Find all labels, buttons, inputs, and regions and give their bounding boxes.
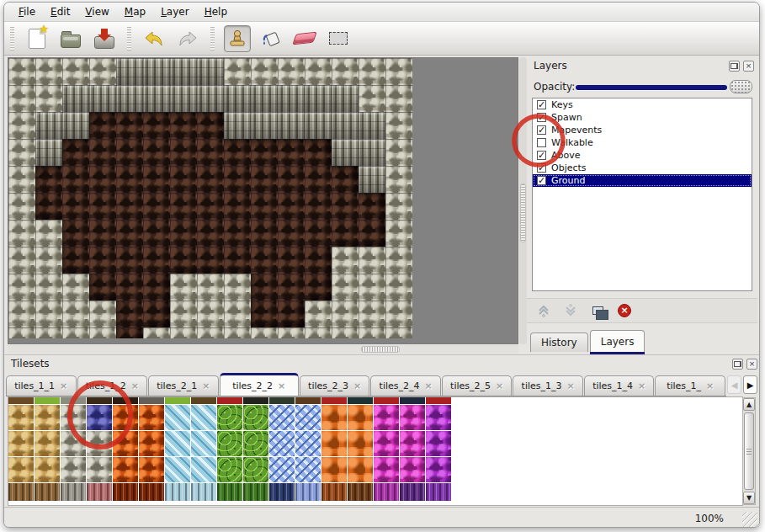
map-tile-rock[interactable] — [224, 327, 251, 338]
layer-row-ground[interactable]: ✓Ground — [533, 174, 752, 187]
palette-tile[interactable] — [165, 405, 190, 430]
close-tab-icon[interactable]: × — [496, 380, 503, 391]
map-tile-cliff-wall[interactable] — [332, 85, 359, 112]
map-tile-cave-floor[interactable] — [251, 166, 278, 193]
layer-checkbox-walkable[interactable] — [537, 138, 546, 147]
palette-tile[interactable] — [139, 405, 164, 430]
palette-tile-partial[interactable] — [295, 397, 321, 404]
map-tile-rock[interactable] — [8, 193, 35, 220]
map-tile-cave-floor[interactable] — [143, 166, 170, 193]
palette-tile-partial[interactable] — [35, 397, 60, 404]
map-tile-rock[interactable] — [385, 166, 412, 193]
map-tile-cave-floor[interactable] — [89, 166, 116, 193]
map-tile-cave-floor[interactable] — [251, 274, 278, 301]
palette-tile[interactable] — [243, 457, 268, 482]
map-tile-rock[interactable] — [35, 58, 62, 85]
palette-tile[interactable] — [61, 457, 86, 482]
map-tile-cliff-wall[interactable] — [116, 58, 143, 85]
map-tile-cave-floor[interactable] — [305, 220, 332, 247]
palette-tile-fringe[interactable] — [400, 483, 425, 501]
map-tile-rock[interactable] — [385, 220, 412, 247]
palette-tile[interactable] — [426, 457, 451, 482]
map-tile-rock[interactable] — [197, 301, 224, 327]
map-tile-rock[interactable] — [385, 139, 412, 166]
map-tile-rock[interactable] — [332, 301, 359, 327]
map-tile-cave-floor[interactable] — [143, 139, 170, 166]
map-horizontal-scrollbar[interactable] — [8, 345, 518, 354]
palette-tile[interactable] — [400, 405, 425, 430]
palette-tile-partial[interactable] — [426, 397, 451, 404]
map-vertical-scrollbar[interactable] — [519, 57, 527, 344]
map-tile-cliff-wall[interactable] — [359, 139, 385, 166]
map-tile-cave-floor[interactable] — [143, 274, 170, 301]
map-tile-rock[interactable] — [385, 327, 412, 338]
map-tile-rock[interactable] — [305, 58, 332, 85]
map-tile-rock[interactable] — [35, 247, 62, 274]
palette-scroll-thumb[interactable] — [744, 412, 754, 490]
duplicate-layer-button[interactable] — [589, 302, 606, 319]
map-tile-cave-floor[interactable] — [224, 193, 251, 220]
map-tile-rock[interactable] — [251, 327, 278, 338]
map-tile-cave-floor[interactable] — [305, 274, 332, 301]
map-tile-cave-floor[interactable] — [197, 220, 224, 247]
tileset-tab-tiles_2_3[interactable]: tiles_2_3× — [300, 375, 370, 396]
palette-tile-partial[interactable] — [400, 397, 425, 404]
tab-layers[interactable]: Layers — [590, 330, 645, 352]
map-tile-cave-floor[interactable] — [278, 193, 305, 220]
map-tile-rock[interactable] — [62, 301, 89, 327]
palette-tile[interactable] — [243, 431, 268, 456]
palette-tile[interactable] — [139, 431, 164, 456]
map-tile-cave-floor[interactable] — [116, 301, 143, 327]
close-tab-icon[interactable]: × — [567, 380, 575, 391]
toolbar-grip[interactable] — [210, 27, 215, 51]
opacity-slider[interactable] — [576, 85, 727, 90]
palette-tile-partial[interactable] — [348, 397, 373, 404]
palette-tile[interactable] — [295, 405, 321, 430]
map-tile-rock[interactable] — [359, 327, 385, 338]
map-tile-cave-floor[interactable] — [359, 193, 385, 220]
map-tile-cave-floor[interactable] — [332, 220, 359, 247]
layer-checkbox-objects[interactable]: ✓ — [537, 163, 546, 173]
map-tile-cave-floor[interactable] — [197, 247, 224, 274]
palette-tile[interactable] — [217, 457, 242, 482]
map-tile-cliff-wall[interactable] — [143, 58, 170, 85]
map-tile-cave-floor[interactable] — [305, 139, 332, 166]
open-file-button[interactable] — [57, 25, 84, 52]
palette-tile-partial[interactable] — [243, 397, 268, 404]
map-tile-rock[interactable] — [8, 139, 35, 166]
map-tile-cliff-wall[interactable] — [305, 112, 332, 139]
map-tile-cave-floor[interactable] — [305, 166, 332, 193]
palette-tile[interactable] — [35, 457, 60, 482]
close-tilesets-icon[interactable]: × — [746, 359, 757, 370]
palette-tile[interactable] — [8, 457, 34, 482]
map-tile-cliff-wall[interactable] — [35, 112, 62, 139]
map-tile-rock[interactable] — [385, 58, 412, 85]
map-tile-rock[interactable] — [89, 327, 116, 338]
map-tile-cave-floor[interactable] — [224, 220, 251, 247]
map-tile-cave-floor[interactable] — [197, 139, 224, 166]
close-tab-icon[interactable]: × — [638, 380, 645, 391]
map-tile-cliff-wall[interactable] — [278, 112, 305, 139]
scroll-tabs-left-button[interactable]: ◀ — [727, 375, 741, 394]
map-tile-cave-floor[interactable] — [332, 193, 359, 220]
palette-tile[interactable] — [61, 431, 86, 456]
palette-tile[interactable] — [113, 431, 138, 456]
eraser-tool-button[interactable] — [291, 25, 318, 52]
palette-tile-partial[interactable] — [321, 397, 347, 404]
palette-tile[interactable] — [165, 431, 190, 456]
palette-tile-fringe[interactable] — [35, 483, 60, 501]
map-tile-rock[interactable] — [8, 301, 35, 327]
map-content[interactable] — [8, 58, 412, 338]
palette-tile[interactable] — [348, 431, 373, 456]
map-tile-rock[interactable] — [170, 301, 197, 327]
tileset-tab-tiles_2_5[interactable]: tiles_2_5× — [442, 375, 513, 396]
map-tile-rock[interactable] — [170, 327, 197, 338]
map-tile-cave-floor[interactable] — [170, 112, 197, 139]
palette-tile[interactable] — [269, 405, 295, 430]
palette-tile[interactable] — [374, 431, 399, 456]
palette-tile[interactable] — [243, 405, 268, 430]
map-tile-cave-floor[interactable] — [197, 166, 224, 193]
close-tab-icon[interactable]: × — [60, 380, 67, 391]
map-tile-cliff-wall[interactable] — [62, 85, 89, 112]
map-tile-cave-floor[interactable] — [89, 193, 116, 220]
